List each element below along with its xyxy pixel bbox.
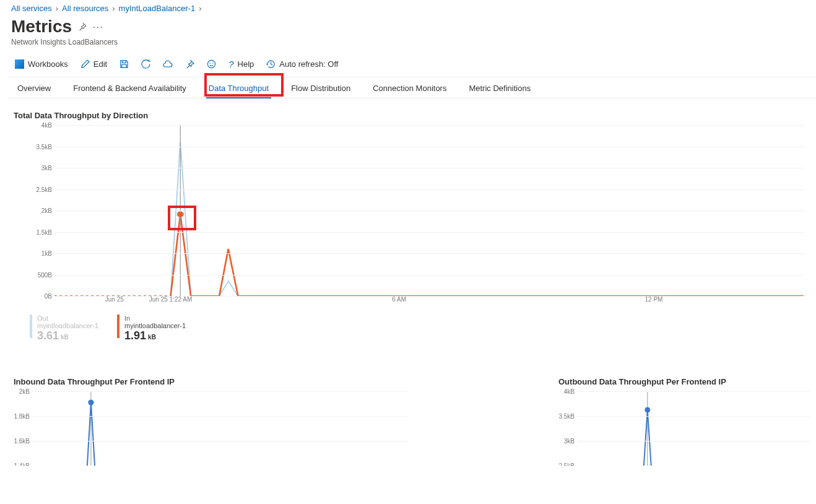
- y-axis-tick: 3kB: [30, 165, 52, 172]
- breadcrumb: All services › All resources › myIntLoad…: [11, 4, 816, 13]
- y-axis-tick: 1.6kB: [11, 438, 30, 445]
- breadcrumb-item[interactable]: myIntLoadBalancer-1: [119, 4, 196, 13]
- y-axis-tick: 1.8kB: [11, 413, 30, 420]
- tabs: Overview Frontend & Backend Availability…: [7, 77, 816, 98]
- workbooks-button[interactable]: Workbooks: [11, 57, 72, 71]
- workbooks-label: Workbooks: [28, 59, 68, 69]
- y-axis-tick: 2kB: [30, 207, 52, 214]
- outbound-chart[interactable]: 4kB3.5kB3kB2.5kB: [556, 391, 810, 466]
- chevron-right-icon: ›: [56, 4, 58, 13]
- refresh-button[interactable]: [137, 57, 154, 71]
- y-axis-tick: 1.5kB: [30, 228, 52, 235]
- workbooks-icon: [15, 59, 24, 69]
- tab-availability[interactable]: Frontend & Backend Availability: [71, 77, 189, 98]
- more-icon[interactable]: ···: [93, 22, 104, 32]
- chart-title: Inbound Data Throughput Per Frontend IP: [14, 377, 407, 386]
- edit-label: Edit: [93, 59, 107, 69]
- y-axis-tick: 1kB: [30, 250, 52, 257]
- tab-flow-distribution[interactable]: Flow Distribution: [289, 77, 353, 98]
- x-axis-tick: Jun 25: [105, 296, 124, 303]
- auto-refresh-button[interactable]: Auto refresh: Off: [263, 57, 342, 71]
- y-axis-tick: 2kB: [11, 388, 30, 395]
- x-axis-tick: Jun 25 1:22 AM: [149, 296, 193, 303]
- svg-point-2: [212, 63, 214, 64]
- help-icon: ?: [228, 59, 233, 69]
- y-axis-tick: 3.5kB: [30, 143, 52, 150]
- tab-overview[interactable]: Overview: [15, 77, 53, 98]
- legend-resource: myintloadbalancer-1: [124, 322, 186, 329]
- svg-point-7: [88, 400, 93, 406]
- legend-resource: myintloadbalancer-1: [37, 322, 98, 329]
- legend-color-swatch: [117, 315, 119, 338]
- chart-title: Total Data Throughput by Direction: [14, 111, 816, 120]
- page-subtitle: Network Insights LoadBalancers: [11, 38, 816, 46]
- edit-button[interactable]: Edit: [77, 57, 111, 71]
- main-chart[interactable]: Jun 25Jun 25 1:22 AM6 AM12 PM 4kB3.5kB3k…: [11, 125, 816, 311]
- cloud-icon: [163, 59, 173, 69]
- help-label: Help: [238, 59, 254, 69]
- page-header: Metrics ···: [11, 17, 816, 37]
- chart-legend: Out myintloadbalancer-1 3.61kB In myintl…: [30, 315, 816, 342]
- svg-point-9: [645, 407, 650, 413]
- chart-title: Outbound Data Throughput Per Frontend IP: [558, 377, 810, 386]
- tab-connection-monitors[interactable]: Connection Monitors: [370, 77, 449, 98]
- x-axis-tick: 12 PM: [645, 296, 663, 303]
- chevron-right-icon: ›: [112, 4, 115, 13]
- refresh-icon: [141, 59, 150, 69]
- legend-series-name: Out: [37, 315, 98, 322]
- pin-icon[interactable]: [78, 22, 87, 31]
- legend-value: 1.91kB: [124, 329, 186, 342]
- y-axis-tick: 2.5kB: [30, 186, 52, 193]
- y-axis-tick: 4kB: [556, 388, 575, 395]
- legend-in[interactable]: In myintloadbalancer-1 1.91kB: [117, 315, 186, 342]
- breadcrumb-item[interactable]: All resources: [62, 4, 108, 13]
- svg-point-0: [208, 60, 215, 67]
- tab-data-throughput[interactable]: Data Throughput: [206, 77, 271, 98]
- help-button[interactable]: ? Help: [225, 56, 258, 72]
- legend-color-swatch: [30, 315, 32, 338]
- x-axis-tick: 6 AM: [392, 296, 406, 303]
- tab-metric-definitions[interactable]: Metric Definitions: [466, 77, 533, 98]
- notify-button[interactable]: [159, 57, 176, 72]
- pencil-icon: [80, 59, 90, 69]
- toolbar: Workbooks Edit ? Help: [11, 56, 816, 76]
- history-icon: [266, 59, 276, 69]
- pin-icon: [185, 59, 194, 69]
- y-axis-tick: 1.4kB: [11, 463, 30, 466]
- y-axis-tick: 4kB: [30, 122, 52, 129]
- y-axis-tick: 3kB: [556, 438, 575, 445]
- y-axis-tick: 3.5kB: [556, 413, 575, 420]
- auto-refresh-label: Auto refresh: Off: [279, 59, 338, 69]
- breadcrumb-item[interactable]: All services: [11, 4, 52, 13]
- page-title: Metrics: [11, 17, 72, 37]
- svg-point-1: [210, 63, 211, 64]
- svg-point-5: [177, 212, 184, 217]
- save-button[interactable]: [116, 57, 132, 71]
- save-icon: [119, 59, 129, 69]
- y-axis-tick: 500B: [30, 271, 52, 278]
- smiley-icon: [207, 59, 216, 69]
- legend-series-name: In: [124, 315, 186, 322]
- pin-button[interactable]: [181, 57, 198, 71]
- legend-value: 3.61kB: [37, 329, 98, 342]
- y-axis-tick: 0B: [30, 293, 52, 300]
- legend-out[interactable]: Out myintloadbalancer-1 3.61kB: [30, 315, 98, 342]
- y-axis-tick: 2.5kB: [556, 463, 575, 466]
- feedback-button[interactable]: [203, 57, 220, 71]
- inbound-chart[interactable]: 2kB1.8kB1.6kB1.4kB: [11, 391, 407, 466]
- chevron-right-icon: ›: [199, 4, 201, 13]
